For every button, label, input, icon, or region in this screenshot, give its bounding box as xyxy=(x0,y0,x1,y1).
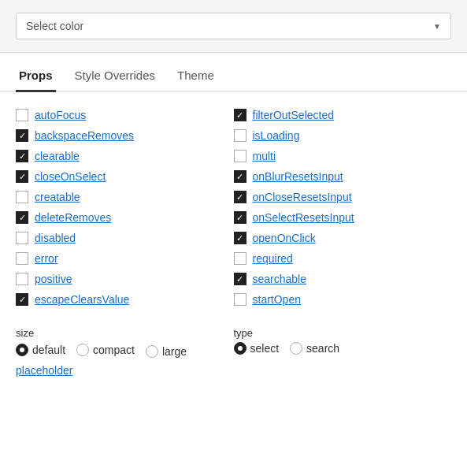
prop-label-onCloseResetsInput[interactable]: onCloseResetsInput xyxy=(253,191,352,203)
type-radio-select[interactable]: select xyxy=(234,342,280,355)
dropdown-arrow-icon: ▼ xyxy=(433,22,441,31)
checkbox-closeOnSelect[interactable]: ✓ xyxy=(16,170,28,183)
top-bar: Select color ▼ xyxy=(0,0,467,53)
radio-circle-type-search xyxy=(290,342,302,355)
select-color-label: Select color xyxy=(26,20,83,32)
prop-item-onCloseResetsInput: ✓onCloseResetsInput xyxy=(234,187,452,207)
radio-circle-large xyxy=(146,345,158,358)
prop-item-filterOutSelected: ✓filterOutSelected xyxy=(234,105,452,125)
prop-item-escapeClearsValue: ✓escapeClearsValue xyxy=(16,289,234,310)
checkbox-onCloseResetsInput[interactable]: ✓ xyxy=(234,191,246,203)
prop-item-multi: multi xyxy=(234,146,452,166)
prop-item-closeOnSelect: ✓closeOnSelect xyxy=(16,166,234,187)
checkbox-deleteRemoves[interactable]: ✓ xyxy=(16,211,28,224)
checkbox-disabled[interactable] xyxy=(16,232,28,244)
prop-label-required[interactable]: required xyxy=(253,252,293,265)
size-radio-large[interactable]: large xyxy=(146,345,187,358)
checkbox-searchable[interactable]: ✓ xyxy=(234,273,246,285)
checkbox-multi[interactable] xyxy=(234,150,246,162)
prop-label-onSelectResetsInput[interactable]: onSelectResetsInput xyxy=(253,211,354,224)
prop-label-error[interactable]: error xyxy=(35,252,58,265)
checkbox-onBlurResetsInput[interactable]: ✓ xyxy=(234,170,246,183)
checkbox-startOpen[interactable] xyxy=(234,293,246,306)
prop-label-onBlurResetsInput[interactable]: onBlurResetsInput xyxy=(253,170,343,183)
prop-label-closeOnSelect[interactable]: closeOnSelect xyxy=(35,170,106,183)
radio-circle-compact xyxy=(76,344,89,356)
checkbox-error[interactable] xyxy=(16,252,28,265)
size-label: size xyxy=(16,327,234,339)
tabs-bar: Props Style Overrides Theme xyxy=(0,53,467,92)
type-section: type selectsearch xyxy=(234,319,452,358)
prop-item-openOnClick: ✓openOnClick xyxy=(234,228,452,248)
placeholder-link[interactable]: placeholder xyxy=(16,359,72,377)
prop-label-clearable[interactable]: clearable xyxy=(35,150,80,162)
prop-item-onSelectResetsInput: ✓onSelectResetsInput xyxy=(234,207,452,228)
prop-item-required: required xyxy=(234,248,452,269)
prop-label-disabled[interactable]: disabled xyxy=(35,232,76,244)
bottom-row: size defaultcompactlarge type selectsear… xyxy=(16,313,451,358)
tab-props[interactable]: Props xyxy=(16,62,56,92)
checkbox-openOnClick[interactable]: ✓ xyxy=(234,232,246,244)
prop-item-disabled: disabled xyxy=(16,228,234,248)
prop-label-isLoading[interactable]: isLoading xyxy=(253,129,300,142)
prop-item-deleteRemoves: ✓deleteRemoves xyxy=(16,207,234,228)
radio-label-default: default xyxy=(32,344,65,356)
type-radio-group: selectsearch xyxy=(234,342,452,355)
props-left-column: autoFocus✓backspaceRemoves✓clearable✓clo… xyxy=(16,105,234,310)
prop-item-autoFocus: autoFocus xyxy=(16,105,234,125)
prop-item-searchable: ✓searchable xyxy=(234,269,452,289)
prop-item-error: error xyxy=(16,248,234,269)
props-right-column: ✓filterOutSelectedisLoadingmulti✓onBlurR… xyxy=(234,105,452,310)
size-radio-group: defaultcompactlarge xyxy=(16,342,234,358)
prop-item-onBlurResetsInput: ✓onBlurResetsInput xyxy=(234,166,452,187)
prop-label-multi[interactable]: multi xyxy=(253,150,276,162)
placeholder-row: placeholder xyxy=(16,364,451,377)
prop-label-openOnClick[interactable]: openOnClick xyxy=(253,232,316,244)
prop-label-creatable[interactable]: creatable xyxy=(35,191,80,203)
size-radio-default[interactable]: default xyxy=(16,344,65,356)
checkbox-filterOutSelected[interactable]: ✓ xyxy=(234,109,246,121)
select-color-dropdown[interactable]: Select color ▼ xyxy=(16,13,451,39)
prop-item-positive: positive xyxy=(16,269,234,289)
checkbox-positive[interactable] xyxy=(16,273,28,285)
prop-label-deleteRemoves[interactable]: deleteRemoves xyxy=(35,211,111,224)
prop-label-searchable[interactable]: searchable xyxy=(253,273,307,285)
checkbox-creatable[interactable] xyxy=(16,191,28,203)
radio-label-large: large xyxy=(162,345,187,358)
prop-item-backspaceRemoves: ✓backspaceRemoves xyxy=(16,125,234,146)
checkbox-escapeClearsValue[interactable]: ✓ xyxy=(16,293,28,306)
tab-theme[interactable]: Theme xyxy=(174,62,217,92)
radio-circle-type-select xyxy=(234,342,246,355)
type-label: type xyxy=(234,327,452,339)
prop-label-filterOutSelected[interactable]: filterOutSelected xyxy=(253,109,335,121)
radio-label-compact: compact xyxy=(93,344,135,356)
radio-circle-default xyxy=(16,344,28,356)
content-area: autoFocus✓backspaceRemoves✓clearable✓clo… xyxy=(0,92,467,389)
prop-item-clearable: ✓clearable xyxy=(16,146,234,166)
checkbox-backspaceRemoves[interactable]: ✓ xyxy=(16,129,28,142)
prop-label-backspaceRemoves[interactable]: backspaceRemoves xyxy=(35,129,134,142)
type-radio-search[interactable]: search xyxy=(290,342,339,355)
prop-label-escapeClearsValue[interactable]: escapeClearsValue xyxy=(35,293,129,306)
checkbox-onSelectResetsInput[interactable]: ✓ xyxy=(234,211,246,224)
props-grid: autoFocus✓backspaceRemoves✓clearable✓clo… xyxy=(16,105,451,310)
checkbox-autoFocus[interactable] xyxy=(16,109,28,121)
prop-label-autoFocus[interactable]: autoFocus xyxy=(35,109,86,121)
prop-item-startOpen: startOpen xyxy=(234,289,452,310)
checkbox-required[interactable] xyxy=(234,252,246,265)
tab-style-overrides[interactable]: Style Overrides xyxy=(72,62,159,92)
size-radio-compact[interactable]: compact xyxy=(76,344,135,356)
prop-item-creatable: creatable xyxy=(16,187,234,207)
prop-label-startOpen[interactable]: startOpen xyxy=(253,293,301,306)
prop-label-positive[interactable]: positive xyxy=(35,273,72,285)
radio-label-type-select: select xyxy=(250,342,280,355)
radio-label-type-search: search xyxy=(306,342,339,355)
checkbox-isLoading[interactable] xyxy=(234,129,246,142)
checkbox-clearable[interactable]: ✓ xyxy=(16,150,28,162)
prop-item-isLoading: isLoading xyxy=(234,125,452,146)
size-section: size defaultcompactlarge xyxy=(16,319,234,358)
